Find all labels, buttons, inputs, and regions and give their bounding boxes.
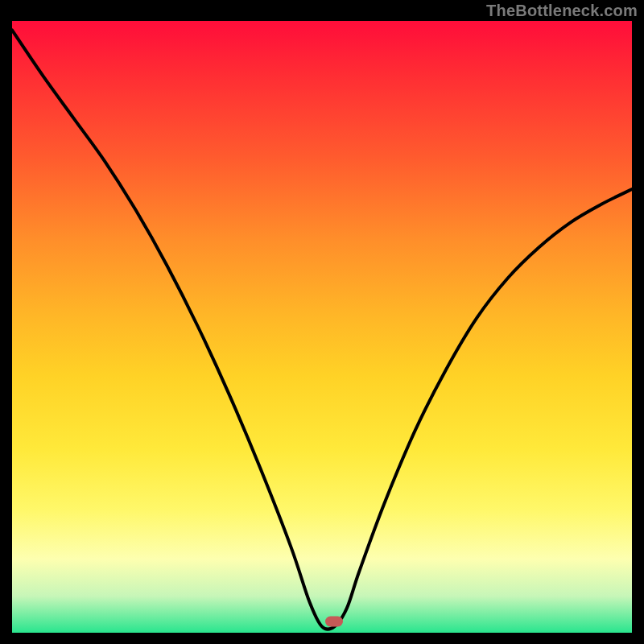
curve-path xyxy=(12,30,632,629)
bottleneck-curve xyxy=(12,21,632,633)
plot-area xyxy=(12,21,632,633)
watermark-text: TheBottleneck.com xyxy=(486,2,638,20)
chart-frame: TheBottleneck.com xyxy=(0,0,644,644)
optimal-marker xyxy=(325,617,343,627)
